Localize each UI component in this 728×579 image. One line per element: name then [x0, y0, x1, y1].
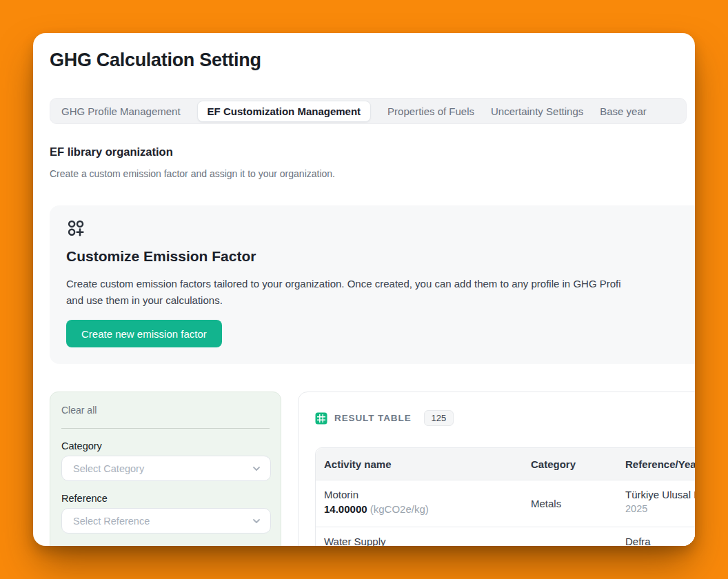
column-header-category: Category: [523, 458, 617, 470]
description-line-1: Create custom emission factors tailored …: [66, 276, 695, 292]
result-table-title: RESULT TABLE: [334, 413, 412, 423]
settings-tab-bar: GHG Profile Management EF Customization …: [50, 98, 687, 124]
table-row[interactable]: Water Supply Defra: [316, 527, 695, 546]
table-header-row: Activity name Category Reference/Year: [316, 448, 695, 480]
activity-unit: (kgCO2e/kg): [370, 503, 429, 515]
filter-panel: Clear all Category Select Category Refer…: [50, 392, 281, 546]
table-row[interactable]: Motorin 14.00000 (kgCO2e/kg) Metals Türk…: [316, 480, 695, 527]
desktop-background: { "page": { "title": "GHG Calculation Se…: [0, 0, 728, 579]
reference-name: Türkiye Ulusal E: [625, 489, 695, 500]
reference-select-placeholder: Select Reference: [73, 516, 251, 527]
result-count-badge: 125: [424, 410, 454, 426]
tab-uncertainty-settings[interactable]: Uncertainty Settings: [491, 105, 583, 117]
activity-value-line: 14.00000 (kgCO2e/kg): [324, 503, 523, 515]
tab-ef-customization-management[interactable]: EF Customization Management: [197, 101, 372, 122]
customize-card-description: Create custom emission factors tailored …: [66, 276, 695, 309]
tab-ghg-profile-management[interactable]: GHG Profile Management: [61, 105, 181, 117]
grid-plus-icon: [66, 219, 87, 240]
reference-name: Defra: [625, 536, 695, 546]
tab-properties-of-fuels[interactable]: Properties of Fuels: [387, 105, 474, 117]
ghg-settings-window: GHG Calculation Setting GHG Profile Mana…: [33, 33, 695, 546]
column-header-reference-year: Reference/Year: [617, 458, 695, 470]
activity-name: Motorin: [324, 489, 523, 500]
category-select-placeholder: Select Category: [73, 463, 251, 474]
category-cell: [523, 527, 617, 546]
reference-filter-label: Reference: [61, 493, 108, 504]
column-header-activity-name: Activity name: [316, 458, 523, 470]
reference-select[interactable]: Select Reference: [61, 508, 271, 534]
reference-cell: Defra: [617, 527, 695, 546]
create-new-emission-factor-button[interactable]: Create new emission factor: [66, 320, 222, 347]
tab-base-year[interactable]: Base year: [600, 105, 647, 117]
filter-divider: [61, 428, 270, 429]
section-heading: EF library organization: [50, 145, 173, 159]
page-title: GHG Calculation Setting: [50, 50, 261, 71]
activity-name: Water Supply: [324, 536, 523, 546]
category-cell: Metals: [523, 480, 617, 527]
chevron-down-icon: [251, 463, 262, 474]
customize-emission-factor-banner: Customize Emission Factor Create custom …: [50, 205, 695, 364]
category-select[interactable]: Select Category: [61, 456, 271, 481]
customize-card-title: Customize Emission Factor: [66, 248, 256, 265]
chevron-down-icon: [251, 516, 262, 527]
result-table: Activity name Category Reference/Year Mo…: [315, 447, 695, 546]
clear-all-button[interactable]: Clear all: [61, 405, 97, 416]
activity-cell: Motorin 14.00000 (kgCO2e/kg): [316, 480, 523, 527]
category-filter-label: Category: [61, 440, 102, 451]
result-table-header: RESULT TABLE 125: [315, 410, 454, 426]
reference-year: 2025: [625, 503, 695, 514]
reference-cell: Türkiye Ulusal E 2025: [617, 480, 695, 527]
section-subheading: Create a custom emission factor and assi…: [50, 168, 335, 179]
activity-value: 14.00000: [324, 503, 367, 515]
table-icon: [315, 412, 327, 425]
activity-cell: Water Supply: [316, 527, 523, 546]
result-table-card: RESULT TABLE 125 Activity name Category …: [298, 392, 695, 546]
description-line-2: and use them in your calculations.: [66, 292, 695, 309]
